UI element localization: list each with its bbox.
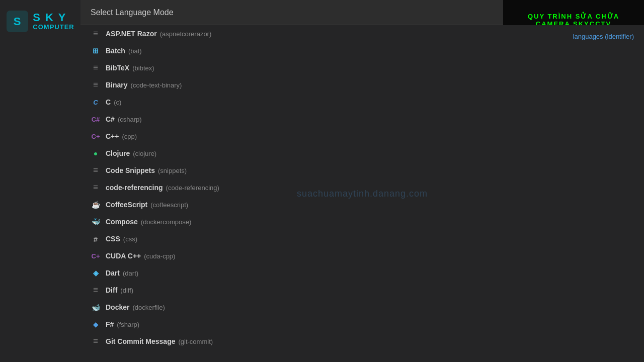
fsharp-item-identifier: (fsharp): [117, 321, 139, 328]
bibtex-item-identifier: (bibtex): [132, 64, 154, 72]
sidebar: S S K Y COMPUTER: [0, 0, 80, 362]
logo-icon: S: [6, 10, 29, 33]
c-item-identifier: (c): [114, 99, 121, 106]
list-item[interactable]: CC(c): [80, 94, 644, 111]
select-language-title: Select Language Mode: [91, 8, 174, 17]
list-item[interactable]: ≡Diff(diff): [80, 282, 644, 299]
batch-item-icon: ⊞: [91, 46, 101, 56]
list-item[interactable]: C+C++(cpp): [80, 128, 644, 145]
gitcommit-item-identifier: (git-commit): [178, 338, 213, 345]
docker-item-identifier: (dockerfile): [132, 304, 165, 311]
list-item[interactable]: C+CUDA C++(cuda-cpp): [80, 247, 644, 264]
csharp-item-icon: C#: [91, 114, 101, 124]
svg-text:S: S: [14, 15, 21, 28]
list-item[interactable]: 🐋Docker(dockerfile): [80, 299, 644, 316]
batch-item-identifier: (bat): [128, 47, 142, 55]
bibtex-item-name: BibTeX: [106, 64, 129, 72]
clojure-item-identifier: (clojure): [133, 150, 156, 157]
clojure-item-name: Clojure: [106, 149, 130, 157]
list-item[interactable]: C#C#(csharp): [80, 111, 644, 128]
coffeescript-item-name: CoffeeScript: [106, 201, 147, 209]
list-item[interactable]: ≡BibTeX(bibtex): [80, 59, 644, 76]
cudacpp-item-identifier: (cuda-cpp): [144, 252, 175, 260]
fsharp-item-name: F#: [106, 320, 114, 328]
codereferencing-item-icon: ≡: [91, 183, 101, 193]
clojure-item-icon: ●: [91, 148, 101, 158]
c-item-icon: C: [91, 97, 101, 107]
binary-item-name: Binary: [106, 81, 128, 89]
binary-item-identifier: (code-text-binary): [131, 81, 182, 89]
coffeescript-item-identifier: (coffeescript): [150, 201, 188, 209]
dart-item-icon: ◈: [91, 268, 101, 278]
list-item[interactable]: ☕CoffeeScript(coffeescript): [80, 196, 644, 213]
csharp-item-identifier: (csharp): [118, 116, 142, 123]
aspnetcorerazor-item-icon: ≡: [91, 29, 101, 39]
docker-item-icon: 🐋: [91, 302, 101, 312]
css-item-name: CSS: [106, 235, 120, 243]
batch-item-name: Batch: [106, 47, 125, 55]
logo-text: S K Y COMPUTER: [33, 12, 74, 31]
list-item[interactable]: ◈Dart(dart): [80, 264, 644, 282]
fsharp-item-icon: ◆: [91, 319, 101, 329]
snippets-item-name: Code Snippets: [106, 166, 155, 174]
dart-item-name: Dart: [106, 269, 120, 277]
list-item[interactable]: 🐳Compose(dockercompose): [80, 213, 644, 230]
list-item[interactable]: #CSS(css): [80, 230, 644, 247]
gitcommit-item-icon: ≡: [91, 336, 101, 346]
gitcommit-item-name: Git Commit Message: [106, 337, 175, 345]
list-item[interactable]: ●Clojure(clojure): [80, 145, 644, 162]
cpp-item-identifier: (cpp): [122, 133, 137, 140]
cudacpp-item-name: CUDA C++: [106, 252, 141, 260]
aspnetcorerazor-item-name: ASP.NET Razor: [106, 30, 157, 38]
list-item[interactable]: ◆F#(fsharp): [80, 316, 644, 333]
compose-item-name: Compose: [106, 218, 138, 226]
cudacpp-item-icon: C+: [91, 251, 101, 261]
compose-item-identifier: (dockercompose): [141, 218, 191, 226]
diff-item-identifier: (diff): [120, 287, 133, 294]
diff-item-icon: ≡: [91, 285, 101, 295]
csharp-item-name: C#: [106, 115, 115, 123]
cpp-item-icon: C+: [91, 131, 101, 141]
dart-item-identifier: (dart): [123, 269, 138, 277]
list-item[interactable]: ≡Code Snippets(snippets): [80, 162, 644, 179]
bibtex-item-icon: ≡: [91, 63, 101, 73]
css-item-identifier: (css): [123, 235, 137, 243]
aspnetcorerazor-item-identifier: (aspnetcorerazor): [160, 30, 212, 38]
list-item[interactable]: ⊞Batch(bat): [80, 42, 644, 59]
language-dropdown-panel[interactable]: languages (identifier) ≡ASP.NET Razor(as…: [80, 25, 644, 362]
snippets-item-identifier: (snippets): [158, 167, 187, 174]
compose-item-icon: 🐳: [91, 217, 101, 227]
list-item[interactable]: ≡Git Commit Message(git-commit): [80, 333, 644, 350]
list-item[interactable]: ≡code-referencing(code-referencing): [80, 179, 644, 196]
list-item[interactable]: ≡Binary(code-text-binary): [80, 76, 644, 94]
c-item-name: C: [106, 98, 111, 106]
snippets-item-icon: ≡: [91, 165, 101, 175]
codereferencing-item-name: code-referencing: [106, 184, 163, 192]
banner-line1: QUY TRÌNH SỬA CHỮA: [528, 13, 619, 20]
diff-item-name: Diff: [106, 286, 117, 294]
logo-sky: S K Y: [33, 12, 74, 24]
logo-computer: COMPUTER: [33, 24, 74, 31]
cpp-item-name: C++: [106, 132, 119, 140]
binary-item-icon: ≡: [91, 80, 101, 90]
docker-item-name: Docker: [106, 303, 129, 311]
css-item-icon: #: [91, 234, 101, 244]
logo-container: S S K Y COMPUTER: [1, 5, 79, 38]
list-item[interactable]: ≡ASP.NET Razor(aspnetcorerazor): [80, 25, 644, 42]
coffeescript-item-icon: ☕: [91, 200, 101, 210]
codereferencing-item-identifier: (code-referencing): [166, 184, 219, 192]
